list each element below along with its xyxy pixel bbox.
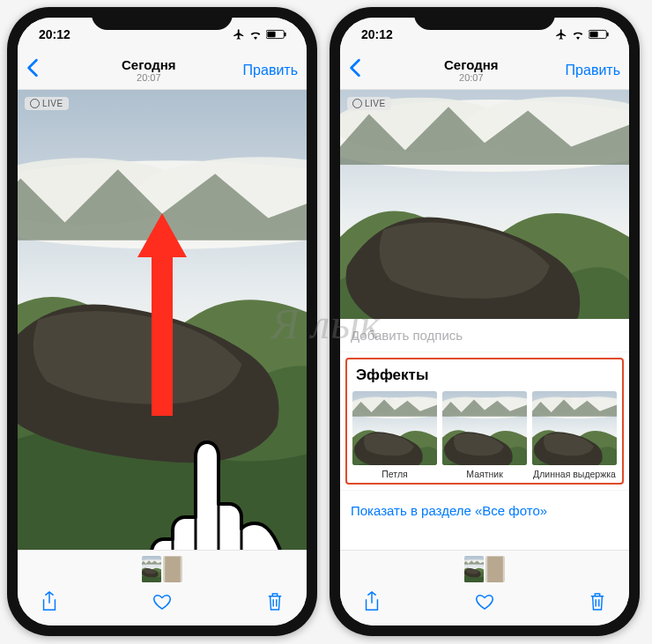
share-icon [363,591,381,612]
effect-label: Петля [352,465,437,479]
effect-thumb-icon [442,391,527,465]
finger-gesture-icon [123,433,291,550]
share-button[interactable] [359,589,384,614]
effect-loop[interactable]: Петля [352,391,437,479]
photo-preview[interactable]: LIVE [340,90,629,319]
svg-rect-14 [487,557,503,582]
battery-icon [589,29,610,40]
live-badge: LIVE [347,97,391,110]
nav-title-text: Сегодня [122,57,176,72]
effect-label: Длинная выдержка [532,465,617,479]
like-button[interactable] [472,589,497,614]
edit-button[interactable]: Править [243,63,298,78]
heart-icon [152,593,172,611]
notch [414,7,555,30]
edit-button[interactable]: Править [566,63,620,78]
swipe-up-arrow-icon [137,213,187,416]
svg-rect-6 [267,32,275,37]
svg-rect-12 [589,32,597,37]
phone-right: 20:12 Сегодня 20:07 Править [330,7,640,636]
show-all-photos-link[interactable]: Показать в разделе «Все фото» [340,490,629,530]
chevron-left-icon [26,58,39,78]
page-title: Сегодня 20:07 [122,57,176,83]
airplane-icon [555,28,567,41]
back-button[interactable] [26,58,55,83]
page-title: Сегодня 20:07 [444,57,499,83]
share-icon [41,591,58,612]
trash-icon [589,592,605,611]
like-button[interactable] [150,589,174,614]
thumbnail[interactable] [142,556,161,582]
bottom-toolbar [340,550,629,625]
nav-subtitle: 20:07 [122,72,176,83]
svg-marker-7 [137,213,187,416]
trash-button[interactable] [585,589,610,614]
thumbnail[interactable] [485,556,505,582]
effects-title: Эффекты [352,365,617,391]
effect-thumb-icon [532,391,617,465]
caption-input[interactable]: Добавить подпись [340,319,629,352]
trash-button[interactable] [263,589,287,614]
thumbnail[interactable] [464,556,484,582]
phone-left: 20:12 Сегодня 20:07 Править LIVE [7,7,317,636]
back-button[interactable] [349,58,377,83]
effects-section: Эффекты Петля Маятник Длинная выдержк [345,358,624,485]
notch [92,7,233,30]
svg-rect-9 [165,557,181,582]
thumbnail-strip[interactable] [340,551,629,584]
live-photo [340,90,629,319]
airplane-icon [233,28,245,41]
thumbnail-strip[interactable] [18,551,307,584]
effect-long-exposure[interactable]: Длинная выдержка [532,391,617,479]
photo-viewport[interactable]: LIVE Сдвиньте экран вверх [18,90,307,550]
status-time: 20:12 [39,27,70,41]
chevron-left-icon [349,58,361,78]
wifi-icon [248,29,263,40]
svg-rect-5 [285,33,286,37]
heart-icon [475,593,494,611]
trash-icon [267,592,283,611]
effect-label: Маятник [442,465,527,479]
bottom-toolbar [18,550,307,625]
nav-bar: Сегодня 20:07 Править [18,51,307,90]
status-icons [555,28,610,41]
effect-bounce[interactable]: Маятник [442,391,527,479]
nav-title-text: Сегодня [444,57,499,72]
nav-bar: Сегодня 20:07 Править [340,51,629,90]
live-badge: LIVE [25,97,69,110]
live-badge-text: LIVE [365,99,386,108]
status-time: 20:12 [361,27,393,41]
effect-thumb-icon [352,391,437,465]
status-icons [233,28,287,41]
nav-subtitle: 20:07 [444,72,499,83]
wifi-icon [571,29,585,40]
share-button[interactable] [37,589,62,614]
svg-rect-11 [607,33,609,37]
thumbnail[interactable] [163,556,182,582]
live-badge-text: LIVE [42,99,63,108]
battery-icon [266,29,287,40]
caption-placeholder: Добавить подпись [351,328,463,343]
